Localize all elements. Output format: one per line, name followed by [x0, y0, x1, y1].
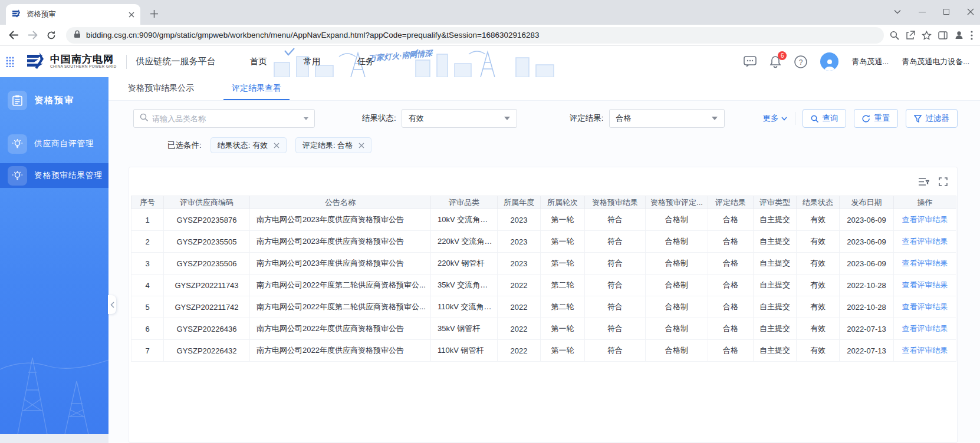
view-review-result-link[interactable]: 查看评审结果: [902, 324, 948, 333]
table-cell: 2022-07-13: [840, 318, 894, 340]
sidebar-item-prequalification-results[interactable]: 资格预审结果管理: [0, 163, 108, 188]
user-avatar[interactable]: [820, 52, 838, 71]
result-status-group: 结果状态: 有效: [362, 109, 517, 128]
tab-close-icon[interactable]: [129, 12, 134, 18]
caret-down-icon: [504, 117, 510, 120]
toolbar-right-icons: [890, 30, 975, 40]
sidebar-item-prequalification[interactable]: 资格预审: [0, 88, 108, 113]
notification-bell-icon[interactable]: 6: [769, 55, 781, 68]
table-cell-action: 查看评审结果: [894, 340, 956, 362]
result-status-label: 结果状态:: [362, 113, 396, 124]
apps-grid-icon[interactable]: [6, 57, 17, 67]
chip-close-icon[interactable]: [359, 143, 364, 148]
forward-icon[interactable]: [24, 27, 41, 44]
help-icon[interactable]: ?: [794, 55, 807, 68]
table-row: 1GYSZP20235876南方电网公司2023年度供应商资格预审公告10kV …: [131, 209, 956, 231]
table-cell: 有效: [797, 296, 840, 318]
view-review-result-link[interactable]: 查看评审结果: [902, 259, 948, 267]
reset-button[interactable]: 重置: [854, 109, 898, 128]
table-cell: 第一轮: [541, 253, 585, 275]
category-search-combobox[interactable]: [133, 109, 315, 128]
user-name[interactable]: 青岛茂通...: [851, 57, 889, 67]
nav-item-home[interactable]: 首页: [250, 56, 267, 67]
table-cell: 合格: [708, 231, 754, 253]
table-cell: 有效: [797, 340, 840, 362]
slogan-text: 万家灯火·南网情深: [368, 48, 433, 64]
bookmark-star-icon[interactable]: [922, 31, 932, 40]
result-status-value: 有效: [409, 113, 424, 124]
table-cell: GYSZP20226432: [164, 340, 250, 362]
sidebar-collapse-handle[interactable]: [108, 295, 116, 314]
view-review-result-link[interactable]: 查看评审结果: [902, 280, 948, 289]
view-review-result-link[interactable]: 查看评审结果: [902, 302, 948, 311]
column-settings-icon[interactable]: [919, 177, 929, 186]
reload-icon[interactable]: [42, 27, 60, 44]
side-panel-icon[interactable]: [938, 31, 948, 39]
bulb-icon: [8, 134, 27, 154]
table-cell: 自主提交: [754, 318, 797, 340]
back-icon[interactable]: [5, 27, 22, 44]
sidebar-item-supplier-self-eval[interactable]: 供应商自评管理: [0, 131, 108, 156]
tab-prequalification-results-publicity[interactable]: 资格预审结果公示: [127, 83, 195, 100]
chevron-left-icon: [110, 302, 114, 308]
browser-kebab-menu-icon[interactable]: [971, 31, 973, 40]
chevron-down-icon: [781, 117, 787, 121]
clipboard-icon: [8, 91, 27, 110]
fullscreen-icon[interactable]: [939, 177, 948, 186]
address-bar[interactable]: bidding.csg.cn:9090/gmp/static/gmpweb/wo…: [66, 27, 884, 44]
table-cell: 有效: [797, 275, 840, 296]
table-cell: 自主提交: [754, 253, 797, 275]
chip-close-icon[interactable]: [274, 143, 279, 148]
svg-text:?: ?: [799, 58, 803, 66]
new-tab-button[interactable]: [145, 5, 163, 22]
eval-result-select[interactable]: 合格: [609, 109, 725, 128]
table-cell: 合格: [708, 340, 754, 362]
view-review-result-link[interactable]: 查看评审结果: [902, 215, 948, 224]
view-review-result-link[interactable]: 查看评审结果: [902, 346, 948, 355]
category-search-input[interactable]: [152, 114, 300, 123]
message-icon[interactable]: [744, 56, 757, 68]
table-cell: 南方电网公司2022年度第二轮供应商资格预审公...: [250, 296, 431, 318]
profile-icon[interactable]: [954, 30, 964, 40]
brand-name-en: CHINA SOUTHERN POWER GRID: [50, 65, 117, 69]
eval-result-group: 评定结果: 合格: [570, 109, 725, 128]
platform-title: 供应链统一服务平台: [136, 56, 216, 67]
table-cell: 第一轮: [541, 231, 585, 253]
result-status-select[interactable]: 有效: [402, 109, 517, 128]
filter-button[interactable]: 过滤器: [906, 109, 958, 128]
table-cell: GYSZP20226436: [164, 318, 250, 340]
table-cell: 110kV 钢管杆: [431, 340, 498, 362]
share-icon[interactable]: [906, 31, 915, 40]
table-cell: 35kV 钢管杆: [431, 318, 498, 340]
table-cell: 2022-10-28: [840, 296, 894, 318]
view-review-result-link[interactable]: 查看评审结果: [902, 237, 948, 246]
table-row: 5GYSZP202211742南方电网公司2022年度第二轮供应商资格预审公..…: [131, 296, 956, 318]
table-row: 2GYSZP20235505南方电网公司2023年度供应商资格预审公告220kV…: [131, 231, 956, 253]
browser-tab[interactable]: 资格预审: [6, 4, 140, 25]
table-cell: 2023: [498, 231, 541, 253]
table-cell: 2023: [498, 209, 541, 231]
table-cell: 第二轮: [541, 275, 585, 296]
table-cell: 7: [131, 340, 164, 362]
table-cell: 南方电网公司2023年度供应商资格预审公告: [250, 253, 431, 275]
table-cell: 110kV 交流角钢塔: [431, 296, 498, 318]
results-table: 序号评审供应商编码公告名称评审品类所属年度所属轮次资格预审结果资格预审评定...…: [131, 196, 956, 362]
window-maximize-button[interactable]: [943, 9, 949, 15]
table-cell: 10kV 交流角钢塔: [431, 209, 498, 231]
bulb-icon: [8, 166, 27, 186]
table-cell: 有效: [797, 318, 840, 340]
url-text[interactable]: bidding.csg.cn:9090/gmp/static/gmpweb/wo…: [86, 31, 540, 39]
table-cell: 有效: [797, 231, 840, 253]
window-close-button[interactable]: [967, 8, 974, 15]
company-name[interactable]: 青岛茂通电力设备...: [902, 57, 969, 67]
nav-item-frequent[interactable]: 常用: [304, 56, 321, 67]
tab-evaluation-results-view[interactable]: 评定结果查看: [223, 83, 290, 100]
browser-menu-chevron-icon[interactable]: [894, 9, 901, 14]
window-minimize-button[interactable]: [919, 12, 926, 12]
zoom-icon[interactable]: [890, 31, 899, 40]
table-cell: 220kV 交流角钢塔: [431, 231, 498, 253]
more-filters-link[interactable]: 更多: [763, 113, 787, 124]
table-cell: 2022-10-28: [840, 275, 894, 296]
nav-item-tasks[interactable]: 任务: [357, 56, 374, 67]
query-button[interactable]: 查询: [803, 109, 846, 128]
